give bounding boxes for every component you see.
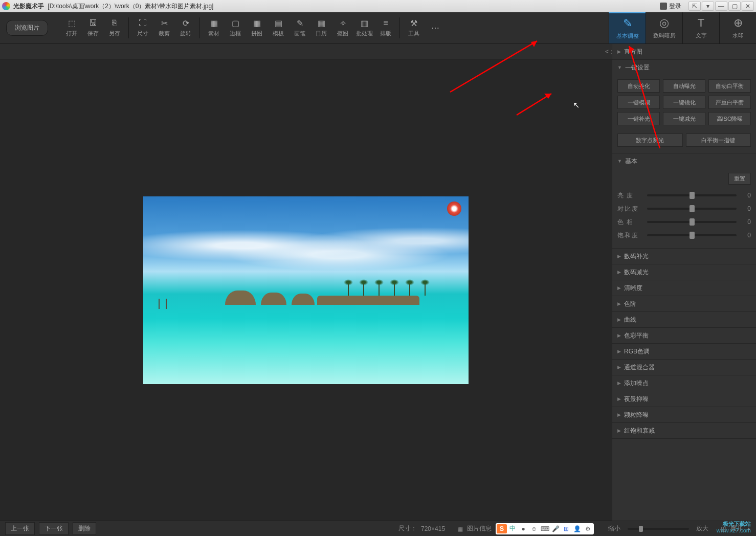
site-watermark: 极光下载站 www.xz7.com [717, 521, 751, 534]
tool-排版[interactable]: ≡排版 [375, 12, 396, 43]
ime-settings[interactable]: ⚙ [583, 524, 593, 533]
panel-数码减光[interactable]: ▶数码减光 [612, 264, 756, 280]
image-canvas[interactable] [143, 196, 469, 384]
panel-basic[interactable]: ▼基本 [612, 153, 756, 169]
slider-thumb[interactable] [690, 218, 695, 226]
compact-button[interactable]: ▾ [702, 2, 714, 11]
slider-track[interactable] [647, 234, 737, 236]
tool-素材[interactable]: ▦素材 [203, 12, 225, 43]
prev-image-button[interactable]: 上一张 [5, 522, 35, 535]
slider-label: 对比度 [617, 205, 643, 213]
chevron-right-icon: ▶ [617, 412, 621, 417]
tool-icon: ▥ [359, 18, 369, 28]
tool-画笔[interactable]: ✎画笔 [289, 12, 310, 43]
tool-日历[interactable]: ▦日历 [310, 12, 332, 43]
preset-自动白平衡[interactable]: 自动白平衡 [708, 79, 751, 93]
tool-旋转[interactable]: ⟳旋转 [175, 12, 196, 43]
tool-icon: ▢ [230, 18, 240, 28]
preset-高ISO降噪[interactable]: 高ISO降噪 [708, 112, 751, 125]
ime-keyboard[interactable]: ⌨ [540, 524, 550, 533]
ime-toolbar[interactable]: S 中 ● ☺ ⌨ 🎤 ⊞ 👤 ⚙ [496, 523, 594, 534]
slider-thumb[interactable] [690, 205, 695, 212]
tool-打开[interactable]: ⬚打开 [61, 12, 82, 43]
zoom-slider[interactable] [628, 528, 689, 530]
tool-拼图[interactable]: ▦拼图 [246, 12, 268, 43]
ime-mic[interactable]: 🎤 [550, 524, 561, 533]
delete-button[interactable]: 删除 [73, 522, 96, 535]
panel-色彩平衡[interactable]: ▶色彩平衡 [612, 328, 756, 343]
preset-自动美化[interactable]: 自动美化 [617, 79, 660, 93]
tool-工具[interactable]: ⚒工具 [403, 12, 425, 43]
panel-presets[interactable]: ▼一键设置 [612, 60, 756, 75]
panel-颗粒降噪[interactable]: ▶颗粒降噪 [612, 407, 756, 422]
preset-一键模糊[interactable]: 一键模糊 [617, 96, 660, 109]
panel-添加噪点[interactable]: ▶添加噪点 [612, 375, 756, 391]
browse-images-button[interactable]: 浏览图片 [6, 20, 48, 36]
tool-icon: ▦ [209, 18, 219, 28]
mode-tab-基本调整[interactable]: ✎基本调整 [609, 12, 646, 43]
panel-红饱和衰减[interactable]: ▶红饱和衰减 [612, 423, 756, 438]
ime-grid[interactable]: ⊞ [561, 524, 571, 533]
slider-thumb[interactable] [690, 232, 695, 239]
preset-自动曝光[interactable]: 自动曝光 [663, 79, 705, 93]
slider-track[interactable] [647, 194, 737, 196]
reset-button[interactable]: 重置 [728, 173, 751, 185]
slider-track[interactable] [647, 221, 737, 223]
tool-裁剪[interactable]: ✂裁剪 [153, 12, 175, 43]
pin-button[interactable]: ⇱ [688, 2, 701, 11]
ime-lang[interactable]: 中 [507, 524, 518, 533]
mode-tab-文字[interactable]: T文字 [682, 12, 719, 43]
panel-清晰度[interactable]: ▶清晰度 [612, 280, 756, 296]
preset-白平衡一指键[interactable]: 白平衡一指键 [686, 133, 751, 147]
chevron-right-icon: ▶ [617, 317, 621, 322]
maximize-button[interactable]: ▢ [728, 2, 741, 11]
tool-边框[interactable]: ▢边框 [225, 12, 246, 43]
next-image-button[interactable]: 下一张 [39, 522, 69, 535]
panel-夜景抑噪[interactable]: ▶夜景抑噪 [612, 391, 756, 407]
preset-一键补光[interactable]: 一键补光 [617, 112, 660, 125]
ime-emoji[interactable]: ☺ [529, 524, 539, 533]
mode-label: 水印 [732, 32, 744, 39]
image-info-button[interactable]: 图片信息 [467, 524, 492, 533]
preset-严重白平衡[interactable]: 严重白平衡 [708, 96, 751, 109]
login-label: 登录 [669, 2, 681, 11]
ime-person[interactable]: 👤 [572, 524, 582, 533]
minimize-button[interactable]: — [715, 2, 727, 11]
tool-抠图[interactable]: ✧抠图 [332, 12, 353, 43]
preset-一键锐化[interactable]: 一键锐化 [663, 96, 705, 109]
zoom-out-button[interactable]: 缩小 [608, 524, 620, 533]
mode-tab-水印[interactable]: ⊕水印 [719, 12, 756, 43]
mode-label: 数码暗房 [653, 32, 676, 39]
preset-一键减光[interactable]: 一键减光 [663, 112, 705, 125]
login-button[interactable]: 登录 [657, 2, 684, 11]
panel-色阶[interactable]: ▶色阶 [612, 296, 756, 311]
slider-亮度: 亮度 0 [617, 189, 751, 202]
ime-punct[interactable]: ● [518, 524, 528, 533]
chevron-right-icon: ▶ [617, 349, 621, 354]
tool-尺寸[interactable]: ⛶尺寸 [132, 12, 153, 43]
zoom-in-button[interactable]: 放大 [696, 524, 708, 533]
tool-另存[interactable]: ⎘另存 [104, 12, 125, 43]
preset-数字点测光[interactable]: 数字点测光 [617, 133, 683, 147]
avatar-icon [660, 3, 667, 10]
window-controls: ⇱ ▾ — ▢ ✕ [688, 2, 754, 11]
close-button[interactable]: ✕ [742, 2, 754, 11]
slider-thumb[interactable] [690, 192, 695, 199]
tool-label: 裁剪 [159, 30, 170, 37]
panel-RGB色调[interactable]: ▶RGB色调 [612, 344, 756, 359]
panel-histogram[interactable]: ▶直方图 [612, 44, 756, 59]
slider-track[interactable] [647, 208, 737, 210]
tool-label: 模板 [273, 30, 284, 37]
panel-曲线[interactable]: ▶曲线 [612, 312, 756, 327]
right-panel: ▶直方图 ▼一键设置 自动美化自动曝光自动白平衡一键模糊一键锐化严重白平衡一键补… [612, 44, 756, 521]
panel-数码补光[interactable]: ▶数码补光 [612, 249, 756, 264]
panel-通道混合器[interactable]: ▶通道混合器 [612, 360, 756, 375]
sogou-icon[interactable]: S [497, 524, 507, 533]
tool-批处理[interactable]: ▥批处理 [353, 12, 375, 43]
slider-value: 0 [741, 192, 751, 199]
tool-模板[interactable]: ▤模板 [268, 12, 289, 43]
chevron-right-icon: ▶ [617, 270, 621, 275]
mode-tab-数码暗房[interactable]: ◎数码暗房 [646, 12, 682, 43]
tool-more[interactable]: ⋯ [425, 12, 446, 43]
tool-保存[interactable]: 🖫保存 [82, 12, 104, 43]
